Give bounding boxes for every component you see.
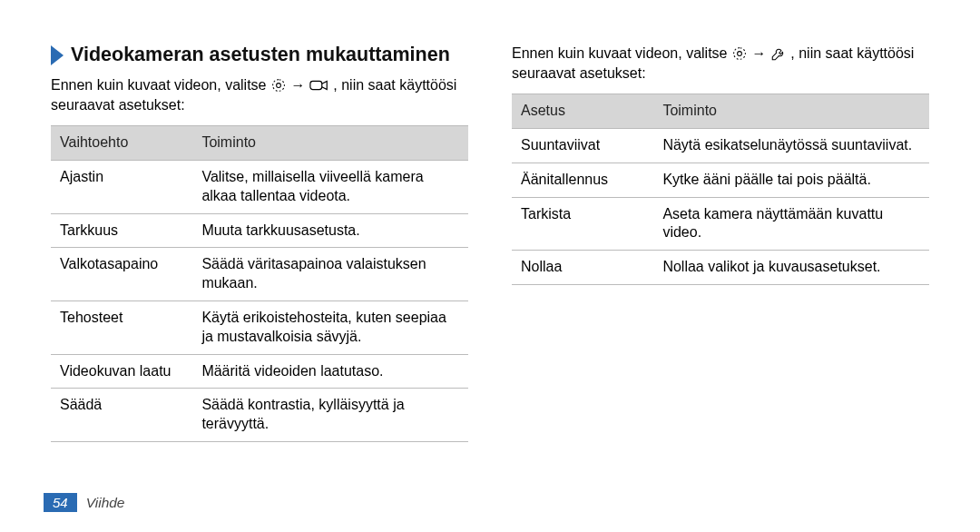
table-cell: Säädä	[51, 389, 192, 442]
columns: Videokameran asetusten mukauttaminen Enn…	[51, 44, 929, 479]
intro-text: Ennen kuin kuvaat videon, valitse	[51, 77, 270, 93]
table-cell: Säädä väritasapainoa valaistuksen mukaan…	[192, 248, 468, 301]
table-cell: Nollaa valikot ja kuvausasetukset.	[653, 251, 929, 285]
right-table: Asetus Toiminto SuuntaviivatNäytä esikat…	[512, 94, 929, 285]
intro-text: Ennen kuin kuvaat videon, valitse	[512, 45, 731, 61]
table-cell: Nollaa	[512, 251, 653, 285]
table-cell: Muuta tarkkuusasetusta.	[192, 213, 468, 248]
table-row: Videokuvan laatuMääritä videoiden laatut…	[51, 354, 468, 389]
page: Videokameran asetusten mukauttaminen Enn…	[0, 0, 980, 532]
table-cell: Valitse, millaisella viiveellä kamera al…	[192, 160, 468, 213]
table-cell: Suuntaviivat	[512, 128, 653, 163]
table-cell: Videokuvan laatu	[51, 354, 192, 389]
table-cell: Määritä videoiden laatutaso.	[192, 354, 468, 389]
table-cell: Kytke ääni päälle tai pois päältä.	[653, 163, 929, 197]
intro-arrow: →	[751, 45, 769, 61]
table-row: ÄänitallennusKytke ääni päälle tai pois …	[512, 163, 929, 197]
wrench-icon	[770, 45, 787, 62]
table-row: TarkkuusMuuta tarkkuusasetusta.	[51, 213, 468, 248]
svg-point-2	[738, 51, 742, 55]
table-header: Asetus	[512, 94, 653, 129]
section-heading: Videokameran asetusten mukauttaminen	[71, 44, 450, 66]
table-row: SuuntaviivatNäytä esikatselunäytössä suu…	[512, 128, 929, 163]
svg-rect-1	[310, 81, 322, 89]
gear-icon	[270, 77, 287, 94]
table-row: AjastinValitse, millaisella viiveellä ka…	[51, 160, 468, 213]
left-table: Vaihtoehto Toiminto AjastinValitse, mill…	[51, 125, 468, 442]
table-cell: Näytä esikatselunäytössä suuntaviivat.	[653, 128, 929, 163]
table-header-row: Asetus Toiminto	[512, 94, 929, 129]
page-footer: 54 Viihde	[44, 493, 125, 512]
section-label: Viihde	[86, 495, 125, 511]
svg-point-0	[277, 83, 281, 87]
table-header-row: Vaihtoehto Toiminto	[51, 126, 468, 161]
table-cell: Säädä kontrastia, kylläisyyttä ja terävy…	[192, 389, 468, 442]
right-column: Ennen kuin kuvaat videon, valitse → , ni…	[512, 44, 929, 479]
table-header: Toiminto	[192, 126, 468, 161]
table-cell: Tarkista	[512, 197, 653, 251]
gear-icon	[731, 45, 748, 62]
table-cell: Aseta kamera näyttämään kuvattu video.	[653, 197, 929, 251]
right-intro: Ennen kuin kuvaat videon, valitse → , ni…	[512, 44, 929, 83]
intro-arrow: →	[290, 77, 309, 93]
left-column: Videokameran asetusten mukauttaminen Enn…	[51, 44, 468, 479]
left-intro: Ennen kuin kuvaat videon, valitse → , ni…	[51, 75, 468, 114]
table-cell: Äänitallennus	[512, 163, 653, 197]
table-cell: Käytä erikoistehosteita, kuten seepiaa j…	[192, 300, 468, 354]
camcorder-icon	[309, 78, 329, 93]
table-cell: Tarkkuus	[51, 213, 192, 248]
table-row: SäädäSäädä kontrastia, kylläisyyttä ja t…	[51, 389, 468, 442]
table-cell: Tehosteet	[51, 300, 192, 354]
chevron-right-icon	[51, 45, 64, 65]
section-title-row: Videokameran asetusten mukauttaminen	[51, 44, 468, 66]
table-row: TarkistaAseta kamera näyttämään kuvattu …	[512, 197, 929, 251]
page-number: 54	[44, 493, 77, 512]
table-header: Toiminto	[653, 94, 929, 129]
table-row: NollaaNollaa valikot ja kuvausasetukset.	[512, 251, 929, 285]
table-header: Vaihtoehto	[51, 126, 192, 161]
table-cell: Valkotasapaino	[51, 248, 192, 301]
table-row: ValkotasapainoSäädä väritasapainoa valai…	[51, 248, 468, 301]
table-row: TehosteetKäytä erikoistehosteita, kuten …	[51, 300, 468, 354]
table-cell: Ajastin	[51, 160, 192, 213]
